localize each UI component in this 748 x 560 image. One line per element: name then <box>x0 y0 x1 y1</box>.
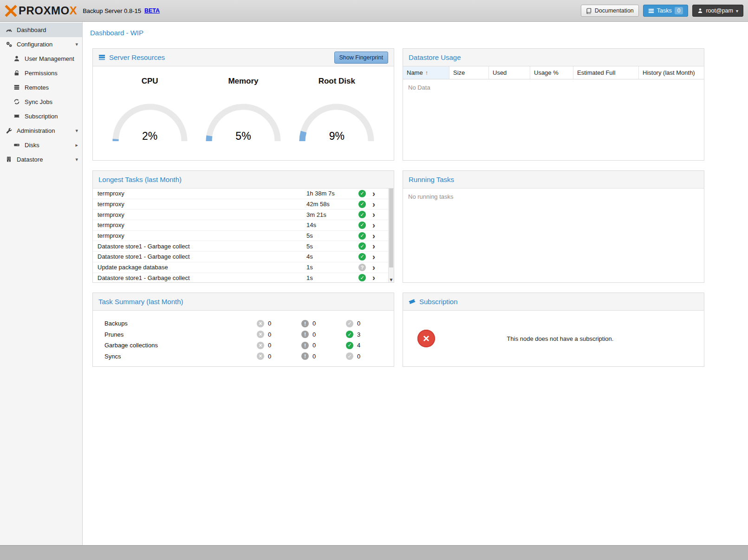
status-ok-icon <box>358 232 366 240</box>
column-header-used[interactable]: Used <box>489 66 530 79</box>
column-header-name[interactable]: Name ↑ <box>403 66 449 79</box>
gears-icon <box>6 41 13 48</box>
documentation-button[interactable]: Documentation <box>581 5 639 17</box>
running-tasks-header: Running Tasks <box>403 171 704 189</box>
task-row[interactable]: Datastore store1 - Garbage collect 1s › <box>93 273 388 283</box>
chevron-down-icon[interactable]: ▾ <box>75 156 78 163</box>
scrollbar-thumb[interactable] <box>389 189 393 267</box>
subscription-header: Subscription <box>403 293 704 311</box>
chevron-right-icon[interactable]: › <box>372 242 388 250</box>
chevron-right-icon[interactable]: › <box>372 232 388 240</box>
chevron-right-icon[interactable]: › <box>372 200 388 208</box>
summary-row-syncs: Syncs 0 0 0 <box>104 351 394 362</box>
task-row[interactable]: termproxy 3m 21s › <box>93 209 388 220</box>
status-ok-icon <box>358 253 366 260</box>
hdd-icon <box>13 142 20 149</box>
error-count-icon <box>257 331 264 338</box>
main-layout: Dashboard Configuration ▾ <box>0 22 748 545</box>
cpu-gauge: CPU 2% <box>107 66 193 160</box>
user-menu-button[interactable]: root@pam ▾ <box>692 5 743 17</box>
proxmox-x-icon <box>5 5 17 17</box>
chevron-right-icon[interactable]: › <box>372 263 388 272</box>
warning-count-icon <box>301 352 309 360</box>
error-count-icon <box>257 320 264 327</box>
gauges-row: CPU 2% Memory <box>93 66 394 160</box>
sync-icon <box>13 98 20 105</box>
topbar: PROXMOX Backup Server 0.8-15 BETA Docume… <box>0 0 748 22</box>
chevron-down-icon[interactable]: ▾ <box>75 128 78 134</box>
scrollbar-down-arrow[interactable]: ▼ <box>389 277 394 282</box>
tasks-button[interactable]: Tasks 0 <box>643 5 689 17</box>
chevron-right-icon[interactable]: › <box>372 210 388 219</box>
show-fingerprint-button[interactable]: Show Fingerprint <box>334 52 389 64</box>
sidebar-item-administration[interactable]: Administration ▾ <box>0 124 82 138</box>
datastore-empty-text: No Data <box>403 79 704 96</box>
task-row[interactable]: termproxy 14s › <box>93 220 388 231</box>
sidebar-item-user-management[interactable]: User Management <box>0 52 82 66</box>
beta-link[interactable]: BETA <box>144 7 160 14</box>
sidebar-item-sync-jobs[interactable]: Sync Jobs <box>0 95 82 109</box>
desktop-background-strip <box>0 545 748 560</box>
column-header-estimated-full[interactable]: Estimated Full <box>573 66 639 79</box>
sort-ascending-icon: ↑ <box>425 70 428 76</box>
status-ok-icon <box>358 190 366 197</box>
unlock-icon <box>13 70 20 77</box>
longest-tasks-header: Longest Tasks (last Month) <box>93 171 394 189</box>
dashboard-icon <box>6 26 13 33</box>
warning-count-icon <box>301 342 309 349</box>
ok-count-icon <box>346 342 353 349</box>
sidebar-item-datastore[interactable]: Datastore ▾ <box>0 152 82 167</box>
subscription-panel: Subscription × This node does not have a… <box>403 293 704 367</box>
sidebar-item-configuration[interactable]: Configuration ▾ <box>0 37 82 52</box>
status-ok-icon <box>358 221 366 229</box>
task-row[interactable]: termproxy 5s › <box>93 231 388 241</box>
memory-gauge: Memory 5% <box>200 66 286 160</box>
cpu-gauge-value: 2% <box>108 130 192 143</box>
task-row[interactable]: Datastore store1 - Garbage collect 4s › <box>93 252 388 262</box>
sidebar-item-subscription[interactable]: Subscription <box>0 109 82 124</box>
column-header-history[interactable]: History (last Month) <box>639 66 704 79</box>
no-subscription-icon: × <box>417 330 435 347</box>
summary-row-backups: Backups 0 0 0 <box>104 318 394 329</box>
datastore-usage-panel: Datastore Usage Name ↑ Size Used Usage %… <box>403 48 704 161</box>
task-summary-header: Task Summary (last Month) <box>93 293 394 311</box>
task-row[interactable]: termproxy 42m 58s › <box>93 199 388 210</box>
sidebar-item-disks[interactable]: Disks ▸ <box>0 138 82 152</box>
server-resources-panel: Server Resources Show Fingerprint CPU <box>92 48 394 161</box>
sidebar-item-permissions[interactable]: Permissions <box>0 66 82 80</box>
status-ok-icon <box>358 274 366 281</box>
chevron-right-icon[interactable]: › <box>372 253 388 261</box>
column-header-size[interactable]: Size <box>449 66 489 79</box>
task-row[interactable]: Update package database 1s › <box>93 262 388 273</box>
subscription-ticket-icon <box>409 298 416 305</box>
scrollbar[interactable]: ▼ <box>388 189 394 282</box>
task-row[interactable]: Datastore store1 - Garbage collect 5s › <box>93 241 388 252</box>
longest-tasks-panel: Longest Tasks (last Month) termproxy 1h … <box>92 170 394 283</box>
server-resources-header: Server Resources Show Fingerprint <box>93 49 394 66</box>
task-list-icon <box>648 8 654 14</box>
error-count-icon <box>257 342 264 349</box>
sidebar-item-remotes[interactable]: Remotes <box>0 80 82 95</box>
chevron-down-icon: ▾ <box>736 8 738 13</box>
dashboard-grid: Server Resources Show Fingerprint CPU <box>83 42 748 367</box>
ok-count-icon <box>346 352 353 360</box>
task-summary-body: Backups 0 0 0 Prunes 0 0 3 Garbage c <box>93 311 394 362</box>
app-window: PROXMOX Backup Server 0.8-15 BETA Docume… <box>0 0 748 545</box>
chevron-right-icon[interactable]: ▸ <box>75 142 78 148</box>
ok-count-icon <box>346 320 353 327</box>
ok-count-icon <box>346 331 353 338</box>
datastore-usage-header: Datastore Usage <box>403 49 704 66</box>
sidebar-item-dashboard[interactable]: Dashboard <box>0 23 82 37</box>
running-tasks-panel: Running Tasks No running tasks <box>403 170 704 283</box>
subscription-message: This node does not have a subscription. <box>435 335 704 342</box>
chevron-right-icon[interactable]: › <box>372 221 388 229</box>
user-icon <box>697 8 703 13</box>
chevron-right-icon[interactable]: › <box>372 273 388 282</box>
sidebar: Dashboard Configuration ▾ <box>0 22 83 545</box>
chevron-right-icon[interactable]: › <box>372 189 388 198</box>
proxmox-logo: PROXMOX <box>5 4 77 17</box>
wrench-icon <box>6 127 13 134</box>
task-row[interactable]: termproxy 1h 38m 7s › <box>93 189 388 199</box>
chevron-down-icon[interactable]: ▾ <box>75 41 78 47</box>
column-header-usage-pct[interactable]: Usage % <box>530 66 573 79</box>
